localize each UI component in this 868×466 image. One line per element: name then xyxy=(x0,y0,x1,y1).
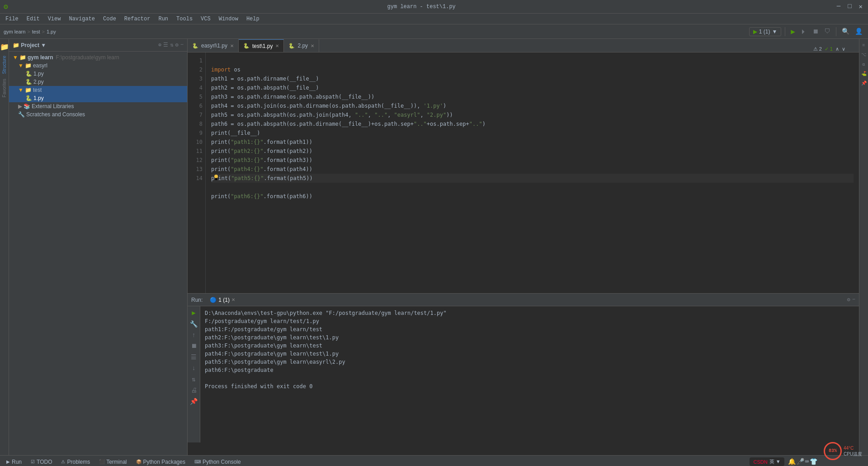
run-body: ▶ 🔧 ↑ ⏹ ☰ ↓ ⇅ 🖨 📌 D:\Anaconda\envs\test-… xyxy=(188,306,859,442)
cpu-label: CPU温度 xyxy=(844,451,862,457)
toolbar: gym learn > test > 1.py ▶ 1 (1) ▼ ▶ ⏵ ⏹ … xyxy=(0,24,868,39)
tree-item-scratches[interactable]: 🔧 Scratches and Consoles xyxy=(9,110,187,119)
tree-item-gymlearn[interactable]: ▼ 📁 gym learn F:\postgraduate\gym learn xyxy=(9,53,187,62)
code-editor[interactable]: 1 2 3 4 5 6 7 8 9 10 11 12 13 14 import … xyxy=(188,52,859,293)
tool-btn[interactable]: 🔧 xyxy=(189,319,198,329)
menu-item-window[interactable]: Window xyxy=(215,15,242,23)
tray-icon-3[interactable]: ⌨ xyxy=(805,458,809,466)
menu-item-view[interactable]: View xyxy=(44,15,65,23)
run-output-line-2: F:/postgraduate/gym learn/test/1.py xyxy=(205,317,854,325)
pin-btn[interactable]: 📌 xyxy=(189,397,198,406)
menu-item-file[interactable]: File xyxy=(2,15,22,23)
code-content[interactable]: import os path1 = os.path.dirname(__file… xyxy=(206,52,859,293)
tab-py-icon-2: 🐍 xyxy=(243,43,250,49)
folder-icon-gymlearn: 📁 xyxy=(19,54,26,61)
menu-item-edit[interactable]: Edit xyxy=(23,15,43,23)
menu-item-tools[interactable]: Tools xyxy=(173,15,196,23)
user-button[interactable]: 👤 xyxy=(853,27,864,36)
tray-icon-4[interactable]: 👕 xyxy=(810,458,817,466)
tree-item-test-1py[interactable]: 🐍 1.py xyxy=(9,94,187,102)
run-button[interactable]: ▶ xyxy=(789,26,797,37)
folder-test-open-icon: ▼ xyxy=(18,87,24,93)
bottom-tab-problems[interactable]: ⚠ Problems xyxy=(57,457,94,466)
sort-icon[interactable]: ⇅ xyxy=(170,42,173,48)
breadcrumb-gymlearn[interactable]: gym learn xyxy=(4,29,25,34)
maximize-button[interactable]: □ xyxy=(846,3,853,10)
gear-icon[interactable]: ⚙ xyxy=(175,42,179,48)
tab-2py[interactable]: 🐍 2.py ✕ xyxy=(284,39,319,52)
nav-up[interactable]: ∧ xyxy=(835,46,839,52)
tree-item-easyrl-1py[interactable]: 🐍 1.py xyxy=(9,70,187,78)
nav-down[interactable]: ∨ xyxy=(842,46,845,52)
right-icon-2[interactable]: ⌥ xyxy=(860,50,868,59)
tray-icon-1[interactable]: 🔔 xyxy=(788,458,796,466)
menu-item-refactor[interactable]: Refactor xyxy=(121,15,154,23)
run-output-line-7: path5:F:\postgraduate\gym learn\easyrl\2… xyxy=(205,358,854,366)
tab-test-1py[interactable]: 🐍 test\1.py ✕ xyxy=(239,39,284,52)
tray-icon-2[interactable]: 🎤 xyxy=(797,458,804,466)
tree-item-easyrl-2py[interactable]: 🐍 2.py xyxy=(9,78,187,86)
collapse-icon[interactable]: ☰ xyxy=(163,42,168,48)
test-1py-label: 1.py xyxy=(33,95,44,101)
run-output-line-4: path2:F:\postgraduate\gym learn\test\1.p… xyxy=(205,333,854,342)
stop-btn[interactable]: ⏹ xyxy=(190,342,198,351)
play-btn[interactable]: ▶ xyxy=(191,308,196,318)
list-btn[interactable]: ☰ xyxy=(190,352,198,362)
separator xyxy=(785,27,785,36)
menu-item-help[interactable]: Help xyxy=(243,15,263,23)
easyrl-1py-label: 1.py xyxy=(33,71,44,77)
structure-icon[interactable]: Structure xyxy=(1,54,8,76)
tree-item-test[interactable]: ▼ 📁 test xyxy=(9,86,187,94)
sort-run-btn[interactable]: ⇅ xyxy=(191,375,196,384)
terminal-icon: ⬛ xyxy=(99,459,104,464)
bottom-tab-todo[interactable]: ☑ TODO xyxy=(26,457,57,466)
run-tab-close[interactable]: ✕ xyxy=(231,297,235,302)
stop-button[interactable]: ⏹ xyxy=(811,27,821,36)
minus-icon[interactable]: − xyxy=(180,42,184,48)
run-minimize-icon[interactable]: − xyxy=(852,296,855,303)
run-settings-icon[interactable]: ⚙ xyxy=(847,296,850,303)
problems-tab-text: Problems xyxy=(67,459,90,465)
menu-item-run[interactable]: Run xyxy=(155,15,172,23)
run-config-button[interactable]: ▶ 1 (1) ▼ xyxy=(749,27,782,36)
bottom-tab-run[interactable]: ▶ Run xyxy=(2,457,26,466)
menu-item-code[interactable]: Code xyxy=(99,15,120,23)
arrow-up-btn[interactable]: ↑ xyxy=(191,331,196,340)
run-tab-1[interactable]: 🔵 1 (1) ✕ xyxy=(206,296,239,304)
title-left: ⚙ xyxy=(4,2,8,11)
search-button[interactable]: 🔍 xyxy=(840,27,851,36)
right-icon-3[interactable]: ⍺ xyxy=(861,60,866,68)
dropdown-icon: ▼ xyxy=(772,29,777,35)
arrow-down-btn[interactable]: ↓ xyxy=(191,364,196,373)
run-output[interactable]: D:\Anaconda\envs\test-gpu\python.exe "F:… xyxy=(200,306,859,442)
run-tab-icon: ▶ xyxy=(6,459,10,464)
right-icon-1[interactable]: ≡ xyxy=(862,41,866,49)
tab-close-1[interactable]: ✕ xyxy=(230,43,234,48)
coverage-button[interactable]: ⛉ xyxy=(822,27,832,36)
minimize-button[interactable]: ─ xyxy=(835,3,842,10)
tree-item-easyrl[interactable]: ▼ 📁 easyrl xyxy=(9,62,187,70)
filter-btn[interactable]: 🖨 xyxy=(190,386,198,395)
tree-item-extlibs[interactable]: ▶ 📚 External Libraries xyxy=(9,102,187,110)
tab-close-2[interactable]: ✕ xyxy=(275,43,279,48)
titlebar: ⚙ gym learn - test\1.py ─ □ ✕ xyxy=(0,0,868,14)
menu-item-navigate[interactable]: Navigate xyxy=(65,15,99,23)
bottom-tab-terminal[interactable]: ⬛ Terminal xyxy=(94,457,131,466)
tab-close-3[interactable]: ✕ xyxy=(311,43,314,48)
project-icon[interactable]: 📁 xyxy=(0,41,10,53)
breadcrumb-test[interactable]: test xyxy=(32,29,40,34)
close-button[interactable]: ✕ xyxy=(857,3,864,10)
run-header-actions: ⚙ − xyxy=(847,296,855,303)
cpu-percent: 83% xyxy=(824,442,842,460)
resume-button[interactable]: ⏵ xyxy=(799,27,809,36)
right-icon-5[interactable]: 📌 xyxy=(860,79,868,87)
favorites-icon[interactable]: Favorites xyxy=(1,77,8,99)
sync-icon[interactable]: ⊕ xyxy=(158,42,161,48)
breadcrumb-file[interactable]: 1.py xyxy=(47,29,56,34)
cpu-widget-area: CSDN 英 ▼ 🔔 🎤 ⌨ 👕 83% 44°C CPU温度 xyxy=(750,452,866,466)
bottom-tab-python-console[interactable]: ⌨ Python Console xyxy=(190,457,245,466)
tab-easyrl-1py[interactable]: 🐍 easyrl\1.py ✕ xyxy=(188,39,239,52)
menu-item-vcs[interactable]: VCS xyxy=(197,15,214,23)
bottom-tab-python-packages[interactable]: 📦 Python Packages xyxy=(132,457,190,466)
right-icon-4[interactable]: ⛳ xyxy=(860,69,868,78)
